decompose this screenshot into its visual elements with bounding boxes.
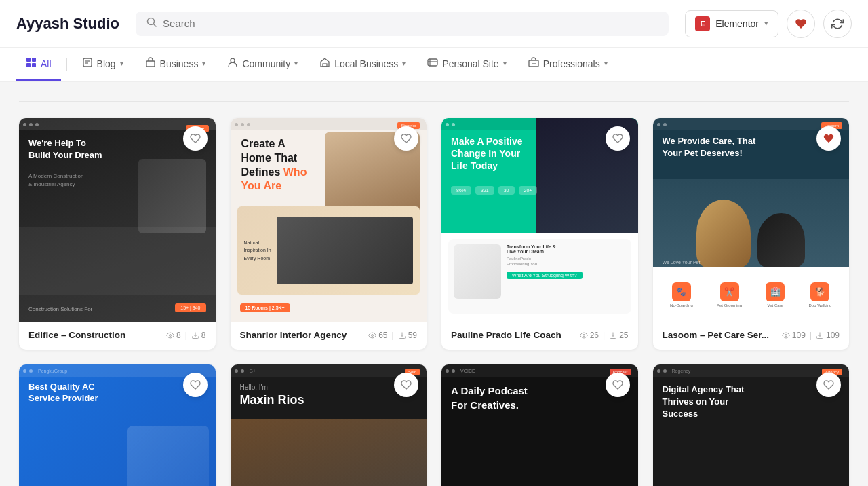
card-preview-pauline: Paulise Make A PositiveChange In YourLif… [441, 118, 638, 322]
card-preview-voice: VOICE Podcast A Daily PodcastFor Creativ… [441, 364, 638, 486]
card-title-edifice: Edifice – Construction [28, 330, 125, 340]
nav-item-all[interactable]: All [16, 48, 61, 81]
svg-rect-12 [428, 59, 437, 66]
community-icon [227, 57, 238, 70]
search-bar[interactable] [136, 12, 669, 36]
downloads-count: 8 [201, 331, 206, 340]
svg-rect-4 [26, 63, 31, 67]
like-button-lasoom[interactable] [816, 126, 841, 151]
nav-item-blog[interactable]: Blog ▾ [73, 48, 133, 81]
professionals-chevron-icon: ▾ [604, 60, 608, 67]
downloads-count-shanrior: 59 [408, 331, 417, 340]
card-stats-shanrior: 65 | 59 [368, 331, 417, 340]
search-icon [146, 17, 157, 31]
views-count: 8 [176, 331, 181, 340]
card-info-edifice: Edifice – Construction 8 | 8 [19, 322, 216, 350]
template-card-lasoom[interactable]: Lasoom We Provide Care, ThatYour Pet Des… [653, 118, 850, 350]
like-button-ac[interactable] [183, 373, 208, 397]
views-stat-pauline: 26 [580, 331, 599, 340]
business-icon [145, 57, 156, 70]
svg-point-21 [583, 334, 585, 336]
card-stats-edifice: 8 | 8 [166, 331, 206, 340]
card-title-shanrior: Shanrior Interior Agency [240, 330, 347, 340]
search-input[interactable] [163, 18, 658, 29]
like-button-shanrior[interactable] [394, 126, 418, 151]
business-chevron-icon: ▾ [202, 60, 205, 67]
template-card-voice[interactable]: VOICE Podcast A Daily PodcastFor Creativ… [441, 364, 638, 486]
downloads-stat: 8 [191, 331, 206, 340]
elementor-button[interactable]: E Elementor ▾ [685, 10, 778, 37]
nav-item-business[interactable]: Business ▾ [136, 48, 216, 81]
svg-line-1 [154, 24, 157, 26]
card-title-lasoom: Lasoom – Pet Care Ser... [663, 330, 770, 340]
card-stats-lasoom: 109 | 109 [782, 331, 840, 340]
card-info-shanrior: Shanrior Interior Agency 65 | 59 [231, 322, 427, 350]
svg-rect-11 [323, 64, 327, 67]
personal-site-chevron-icon: ▾ [503, 60, 507, 67]
svg-point-10 [231, 58, 235, 62]
views-count-pauline: 26 [590, 331, 599, 340]
nav-label-personal-site: Personal Site [442, 58, 498, 69]
nav-label-all: All [41, 58, 52, 69]
views-count-shanrior: 65 [378, 331, 387, 340]
nav-item-local-business[interactable]: Local Business ▾ [310, 48, 415, 81]
local-business-icon [319, 57, 330, 70]
separator [19, 101, 849, 102]
favorites-button[interactable] [787, 10, 815, 38]
downloads-stat-pauline: 25 [609, 331, 628, 340]
elementor-chevron-icon: ▾ [764, 19, 768, 28]
downloads-stat-shanrior: 59 [398, 331, 417, 340]
nav-label-professionals: Professionals [543, 58, 600, 69]
community-chevron-icon: ▾ [294, 60, 298, 67]
template-card-ac[interactable]: PengkuGroup Best Quality ACService Provi… [19, 364, 216, 486]
all-grid-icon [26, 57, 37, 70]
template-card-pauline[interactable]: Paulise Make A PositiveChange In YourLif… [441, 118, 638, 350]
template-card-maxin[interactable]: G+ Solo Hello, I'm Maxin Rios Maxin Rios [231, 364, 427, 486]
card-preview-lasoom: Lasoom We Provide Care, ThatYour Pet Des… [653, 118, 850, 322]
svg-rect-3 [32, 58, 36, 62]
card-preview-shanrior: Shanrior Create AHome ThatDefines WhoYou… [231, 118, 427, 322]
template-card-edifice[interactable]: Edifice We're Help ToBuild Your Dream A … [19, 118, 216, 350]
template-card-shanrior[interactable]: Shanrior Create AHome ThatDefines WhoYou… [231, 118, 427, 350]
svg-point-23 [785, 334, 787, 336]
template-grid: Edifice We're Help ToBuild Your Dream A … [19, 118, 849, 486]
views-stat: 8 [166, 331, 181, 340]
views-stat-shanrior: 65 [368, 331, 387, 340]
svg-rect-9 [146, 61, 155, 67]
header: Ayyash Studio E Elementor ▾ [0, 0, 868, 48]
personal-site-icon [427, 57, 438, 70]
card-info-pauline: Pauline Prado Life Coach 26 | 25 [441, 322, 638, 350]
views-stat-lasoom: 109 [782, 331, 806, 340]
professionals-icon [528, 57, 539, 70]
card-title-pauline: Pauline Prado Life Coach [451, 330, 561, 340]
nav-item-professionals[interactable]: Professionals ▾ [519, 48, 617, 81]
nav-bar: All Blog ▾ Business ▾ [0, 48, 868, 82]
svg-point-17 [170, 334, 172, 336]
svg-point-19 [372, 334, 374, 336]
like-button-maxin[interactable] [394, 373, 418, 397]
svg-rect-2 [26, 58, 31, 62]
blog-icon [82, 57, 93, 70]
template-card-regency[interactable]: Regency Agency Digital Agency ThatThrive… [653, 364, 850, 486]
like-button-edifice[interactable] [183, 126, 208, 151]
like-button-regency[interactable] [816, 373, 841, 397]
refresh-button[interactable] [823, 10, 852, 38]
like-button-voice[interactable] [606, 373, 630, 397]
blog-chevron-icon: ▾ [120, 60, 123, 67]
downloads-count-lasoom: 109 [826, 331, 840, 340]
card-preview-ac: PengkuGroup Best Quality ACService Provi… [19, 364, 216, 486]
views-count-lasoom: 109 [792, 331, 806, 340]
downloads-count-pauline: 25 [619, 331, 628, 340]
nav-label-community: Community [242, 58, 290, 69]
card-preview-regency: Regency Agency Digital Agency ThatThrive… [653, 364, 850, 486]
app-logo: Ayyash Studio [16, 15, 119, 33]
main-content: Edifice We're Help ToBuild Your Dream A … [0, 82, 868, 486]
svg-rect-5 [32, 63, 36, 67]
nav-label-business: Business [160, 58, 199, 69]
like-button-pauline[interactable] [606, 126, 630, 151]
nav-item-personal-site[interactable]: Personal Site ▾ [418, 48, 515, 81]
local-business-chevron-icon: ▾ [402, 60, 406, 67]
downloads-stat-lasoom: 109 [816, 331, 840, 340]
nav-divider-1 [66, 58, 67, 71]
nav-item-community[interactable]: Community ▾ [218, 48, 307, 81]
